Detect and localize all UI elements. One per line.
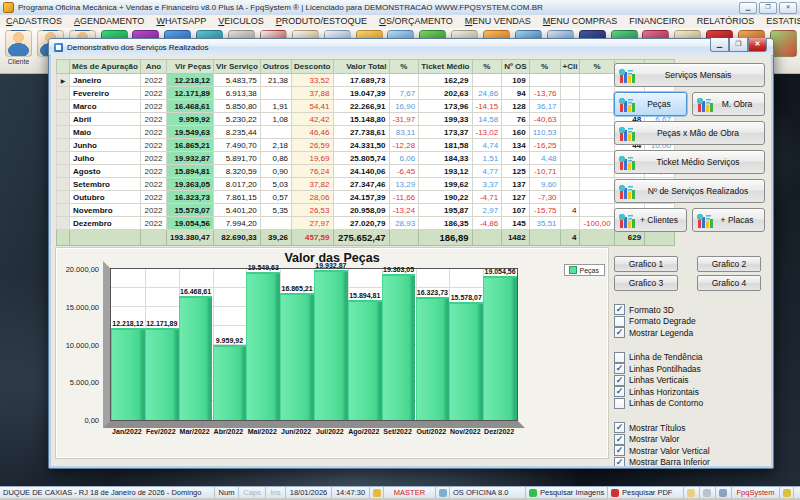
cell: 5.230,22 — [214, 113, 261, 126]
button-label: Nº de Serviços Realizados — [636, 186, 764, 196]
cell: -31,97 — [389, 113, 419, 126]
cell: 37,82 — [292, 178, 333, 191]
checkbox-label: Linhas Verticais — [629, 375, 689, 385]
row-selector — [57, 139, 70, 152]
cell: 21,38 — [260, 74, 291, 87]
app-restore-button[interactable]: ❐ — [759, 2, 777, 14]
button-servi-os-mensais[interactable]: Serviços Mensais — [614, 63, 765, 87]
button-row: PeçasM. Obra — [614, 92, 765, 121]
table-row[interactable]: Junho202216.865,217.490,702,1826,5924.33… — [57, 139, 675, 152]
checkbox-linhas-horizontais[interactable]: ✓Linhas Horizontais — [614, 386, 765, 398]
button-m-obra[interactable]: M. Obra — [692, 92, 765, 116]
checkbox-formato-degrade[interactable]: Formato Degrade — [614, 316, 765, 328]
menu-item-produto-estoque[interactable]: PRODUTO/ESTOQUE — [270, 15, 373, 28]
table-row[interactable]: Marco202216.468,615.850,801,9154,4122.26… — [57, 100, 675, 113]
menu-item-relat-rios[interactable]: RELATÓRIOS — [691, 15, 760, 28]
cell: 19.549,63 — [166, 126, 213, 139]
checkbox: ✓ — [614, 375, 625, 386]
button-grafico-1[interactable]: Grafico 1 — [614, 256, 678, 272]
column-header[interactable]: % — [389, 60, 419, 74]
column-header[interactable]: Mês de Apuração — [70, 60, 141, 74]
checkbox-mostrar-t-tulos[interactable]: ✓Mostrar Títulos — [614, 422, 765, 434]
column-header[interactable]: Valor Total — [333, 60, 389, 74]
table-row[interactable]: Maio202219.549,638.235,4446,4627.738,618… — [57, 126, 675, 139]
window-titlebar[interactable]: Demonstrativo dos Serviços Realizados ▁ … — [49, 39, 773, 56]
checkbox-linha-de-tend-ncia[interactable]: Linha de Tendência — [614, 352, 765, 364]
menu-item-veiculos[interactable]: VEICULOS — [212, 15, 270, 28]
table-row[interactable]: Agosto202215.894,818.320,590,9076,2424.1… — [57, 165, 675, 178]
button-grafico-4[interactable]: Grafico 4 — [697, 275, 761, 291]
menu-item-estatistica[interactable]: ESTATISTICA — [760, 15, 800, 28]
button-n-de-servi-os-realizados[interactable]: Nº de Serviços Realizados — [614, 179, 765, 203]
button--clientes[interactable]: + Clientes — [614, 208, 687, 232]
menu-item-cadastros[interactable]: CADASTROS — [0, 15, 68, 28]
menu-item-whatsapp[interactable]: WHATSAPP — [150, 15, 212, 28]
column-header[interactable]: % — [529, 60, 560, 74]
row-selector: ▶ — [57, 74, 70, 87]
cell: 0,57 — [260, 191, 291, 204]
column-header[interactable]: Vlr Serviço — [214, 60, 261, 74]
app-close-button[interactable]: ✕ — [779, 2, 797, 14]
cell — [389, 74, 419, 87]
window-minimize-button[interactable]: ▁ — [710, 38, 729, 52]
checkbox-linhas-de-contorno[interactable]: Linhas de Contorno — [614, 398, 765, 410]
table-row[interactable]: Dezembro202219.054,567.994,2027,9727.020… — [57, 217, 675, 230]
window-maximize-button[interactable]: ❐ — [729, 38, 748, 52]
checkbox-formato-3d[interactable]: ✓Formato 3D — [614, 304, 765, 316]
cell: 7.490,70 — [214, 139, 261, 152]
column-header[interactable]: % — [472, 60, 502, 74]
menu-item-agendamento[interactable]: AGENDAMENTO — [68, 15, 150, 28]
cell — [560, 74, 580, 87]
checkbox-mostrar-valor[interactable]: ✓Mostrar Valor — [614, 434, 765, 446]
button-label: Peças — [636, 99, 686, 109]
cell — [260, 87, 291, 100]
column-header[interactable]: % — [580, 60, 614, 74]
app-minimize-button[interactable]: ▁ — [739, 2, 757, 14]
table-row[interactable]: ▶Janeiro202212.218,125.483,7521,3833,521… — [57, 74, 675, 87]
menu-item-menu-compras[interactable]: MENU COMPRAS — [537, 15, 624, 28]
format-options: ✓Formato 3DFormato Degrade✓Mostrar Legen… — [614, 304, 765, 339]
checkbox-mostrar-barra-inferior[interactable]: ✓Mostrar Barra Inferior — [614, 457, 765, 467]
button-pe-as-x-m-o-de-obra[interactable]: Peças x Mão de Obra — [614, 121, 765, 145]
search-images-button — [529, 489, 537, 497]
chart-x-axis: Jan/2022Fev/2022Mar/2022Abr/2022Mai/2022… — [110, 428, 516, 440]
table-row[interactable]: Novembro202215.578,075.401,205,3526,5320… — [57, 204, 675, 217]
column-header[interactable]: Desconto — [292, 60, 333, 74]
computer-icon — [439, 489, 447, 497]
menu-item-os-or-amento[interactable]: OS/ORÇAMENTO — [373, 15, 459, 28]
window-close-button[interactable]: ✕ — [748, 38, 767, 52]
column-header[interactable]: Ano — [140, 60, 166, 74]
button-grafico-3[interactable]: Grafico 3 — [614, 275, 678, 291]
checkbox-mostrar-valor-vertical[interactable]: ✓Mostrar Valor Vertical — [614, 445, 765, 457]
button-grafico-2[interactable]: Grafico 2 — [697, 256, 761, 272]
button-ticket-m-dio-servi-os[interactable]: Ticket Médio Serviços — [614, 150, 765, 174]
table-row[interactable]: Outubro202216.323,737.861,150,5728,0624.… — [57, 191, 675, 204]
table-row[interactable]: Abril20229.959,925.230,221,0842,4215.148… — [57, 113, 675, 126]
chart-bar — [246, 272, 280, 420]
button-pe-as[interactable]: Peças — [614, 92, 687, 116]
checkbox-linhas-verticais[interactable]: ✓Linhas Verticais — [614, 375, 765, 387]
cell: -13,76 — [529, 87, 560, 100]
checkbox: ✓ — [614, 327, 625, 338]
column-header[interactable]: +Cli — [560, 60, 580, 74]
column-header[interactable]: Ticket Médio — [419, 60, 472, 74]
cell: 199,33 — [419, 113, 472, 126]
table-row[interactable]: Julho202219.932,875.891,700,8619,6925.80… — [57, 152, 675, 165]
cell: 202,63 — [419, 87, 472, 100]
menu-item-financeiro[interactable]: FINANCEIRO — [623, 15, 691, 28]
button--placas[interactable]: + Placas — [692, 208, 765, 232]
row-selector — [57, 152, 70, 165]
toolbar-client-icon[interactable]: Cliente — [4, 30, 33, 73]
column-header[interactable]: Vlr Peças — [166, 60, 213, 74]
checkbox-mostrar-legenda[interactable]: ✓Mostrar Legenda — [614, 327, 765, 339]
checkbox-linhas-pontilhadas[interactable]: ✓Linhas Pontilhadas — [614, 363, 765, 375]
table-row[interactable]: Setembro202219.363,058.017,205,0337,8227… — [57, 178, 675, 191]
cell: 2022 — [140, 100, 166, 113]
cell: 8.235,44 — [214, 126, 261, 139]
totals-cell: 39,26 — [260, 230, 291, 246]
x-axis-label: Jun/2022 — [281, 428, 311, 435]
column-header[interactable]: Nº OS — [502, 60, 529, 74]
table-row[interactable]: Fevereiro202212.171,896.913,3837,8819.04… — [57, 87, 675, 100]
menu-item-menu-vendas[interactable]: MENU VENDAS — [459, 15, 537, 28]
column-header[interactable]: Outros — [260, 60, 291, 74]
